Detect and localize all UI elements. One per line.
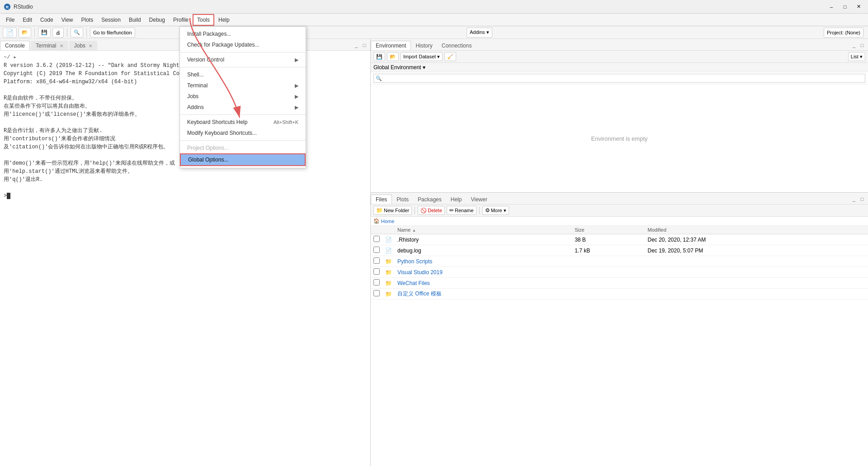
tab-history[interactable]: History: [411, 41, 437, 50]
environment-toolbar: 💾 📂 Import Dataset ▾ 🧹 List ▾: [371, 51, 868, 63]
import-dataset-button[interactable]: Import Dataset ▾: [401, 52, 443, 61]
save-env-button[interactable]: 💾: [373, 52, 385, 61]
files-maximize[interactable]: □: [858, 195, 866, 203]
find-button[interactable]: 🔍: [71, 28, 83, 38]
tab-jobs[interactable]: Jobs ✕: [69, 41, 98, 50]
env-search-bar: [371, 72, 868, 85]
tab-packages[interactable]: Packages: [413, 195, 446, 204]
col-size: Size: [572, 226, 645, 234]
clear-env-button[interactable]: 🧹: [444, 52, 456, 61]
console-maximize[interactable]: □: [360, 41, 368, 49]
file-link[interactable]: Visual Studio 2019: [397, 269, 443, 276]
menu-view[interactable]: View: [57, 14, 77, 25]
env-search-input[interactable]: [373, 74, 865, 83]
dd-install-packages[interactable]: Install Packages...: [180, 29, 306, 39]
dd-jobs[interactable]: Jobs ▶: [180, 91, 306, 102]
console-prompt[interactable]: >: [4, 192, 367, 200]
file-checkbox-2[interactable]: [373, 257, 380, 264]
menu-help[interactable]: Help: [214, 14, 234, 25]
file-name-cell[interactable]: 自定义 Office 模板: [395, 289, 572, 300]
save-button[interactable]: 💾: [38, 28, 51, 38]
file-checkbox-0[interactable]: [373, 236, 380, 242]
tab-connections[interactable]: Connections: [437, 41, 476, 50]
menu-edit[interactable]: Edit: [19, 14, 36, 25]
dd-global-options[interactable]: Global Options...: [180, 153, 306, 166]
dd-keyboard-shortcuts[interactable]: Keyboard Shortcuts Help Alt+Shift+K: [180, 117, 306, 128]
file-name-cell[interactable]: WeChat Files: [395, 278, 572, 289]
load-env-button[interactable]: 📂: [387, 52, 399, 61]
dd-sep-1: [180, 52, 306, 52]
menu-build[interactable]: Build: [125, 14, 145, 25]
jobs-tab-close[interactable]: ✕: [89, 43, 92, 48]
menu-debug[interactable]: Debug: [145, 14, 169, 25]
env-maximize[interactable]: □: [858, 41, 866, 49]
files-tabs: Files Plots Packages Help Viewer _ □: [371, 193, 868, 204]
file-name-cell[interactable]: Visual Studio 2019: [395, 267, 572, 278]
file-icon-cell: 📄: [382, 234, 395, 245]
files-minimize[interactable]: _: [850, 195, 858, 203]
more-button[interactable]: ⚙ More ▾: [482, 206, 509, 215]
tab-files[interactable]: Files: [371, 195, 392, 204]
maximize-button[interactable]: □: [839, 2, 851, 11]
terminal-tab-close[interactable]: ✕: [60, 43, 63, 48]
dd-check-updates[interactable]: Check for Package Updates...: [180, 39, 306, 50]
delete-button[interactable]: 🚫 Delete: [418, 206, 445, 215]
file-checkbox-1[interactable]: [373, 247, 380, 253]
env-minimize[interactable]: _: [850, 41, 858, 49]
menu-code[interactable]: Code: [36, 14, 57, 25]
file-checkbox-4[interactable]: [373, 279, 380, 285]
file-modified: Dec 20, 2020, 12:37 AM: [645, 234, 868, 245]
addins-button[interactable]: Addins ▾: [467, 28, 492, 38]
menu-profile[interactable]: Profile: [169, 14, 193, 25]
file-link[interactable]: Python Scripts: [397, 258, 432, 265]
tab-plots[interactable]: Plots: [392, 195, 413, 204]
new-folder-button[interactable]: 📁 New Folder: [373, 206, 412, 215]
file-link[interactable]: WeChat Files: [397, 280, 430, 286]
folder-icon: 📁: [385, 269, 392, 276]
menu-plots[interactable]: Plots: [77, 14, 98, 25]
console-line-14: 用'help.start()'通过HTML浏览器来看帮助文件。: [4, 167, 367, 176]
rename-label: Rename: [455, 208, 474, 213]
dd-addins[interactable]: Addins ▶: [180, 102, 306, 113]
go-to-file-button[interactable]: Go to file/function: [90, 28, 135, 38]
file-checkbox-3[interactable]: [373, 268, 380, 275]
env-empty-message: Environment is empty: [371, 85, 868, 192]
menu-session[interactable]: Session: [97, 14, 125, 25]
dd-modify-keyboard[interactable]: Modify Keyboard Shortcuts...: [180, 128, 306, 138]
open-file-button[interactable]: 📂: [19, 28, 31, 38]
tab-console[interactable]: Console: [0, 41, 30, 50]
menu-file[interactable]: File: [2, 14, 19, 25]
new-file-button[interactable]: 📄: [3, 28, 17, 38]
close-button[interactable]: ✕: [853, 2, 864, 11]
tab-viewer[interactable]: Viewer: [466, 195, 491, 204]
tab-help[interactable]: Help: [446, 195, 467, 204]
rename-button[interactable]: ✏ Rename: [447, 206, 476, 215]
file-modified: [645, 289, 868, 300]
dd-sep-3: [180, 114, 306, 115]
file-name-cell[interactable]: Python Scripts: [395, 256, 572, 267]
global-env-selector[interactable]: Global Environment ▾: [371, 63, 868, 72]
folder-icon: 📁: [385, 258, 392, 265]
file-checkbox-5[interactable]: [373, 290, 380, 296]
dd-terminal[interactable]: Terminal ▶: [180, 80, 306, 91]
file-name-cell[interactable]: .Rhistory: [395, 234, 572, 245]
file-link[interactable]: 自定义 Office 模板: [397, 290, 442, 297]
print-button[interactable]: 🖨: [52, 28, 64, 38]
dd-shell[interactable]: Shell...: [180, 69, 306, 80]
tab-terminal[interactable]: Terminal ✕: [31, 41, 68, 50]
project-button[interactable]: Project: (None): [824, 28, 863, 38]
import-dataset-label: Import Dataset ▾: [403, 54, 440, 60]
environment-panel: Environment History Connections _ □ 💾 📂: [371, 39, 868, 193]
dd-version-control[interactable]: Version Control ▶: [180, 54, 306, 65]
tab-environment[interactable]: Environment: [371, 41, 411, 50]
home-link[interactable]: Home: [381, 219, 394, 224]
list-view-button[interactable]: List ▾: [848, 52, 865, 61]
file-name-cell[interactable]: debug.log: [395, 245, 572, 256]
minimize-button[interactable]: –: [826, 2, 837, 11]
console-line-16: [4, 184, 367, 192]
console-minimize[interactable]: _: [352, 41, 360, 49]
col-name[interactable]: Name ▲: [395, 226, 572, 234]
file-icon: 📄: [385, 237, 392, 243]
menu-tools[interactable]: Tools: [193, 14, 214, 26]
file-size: 38 B: [572, 234, 645, 245]
